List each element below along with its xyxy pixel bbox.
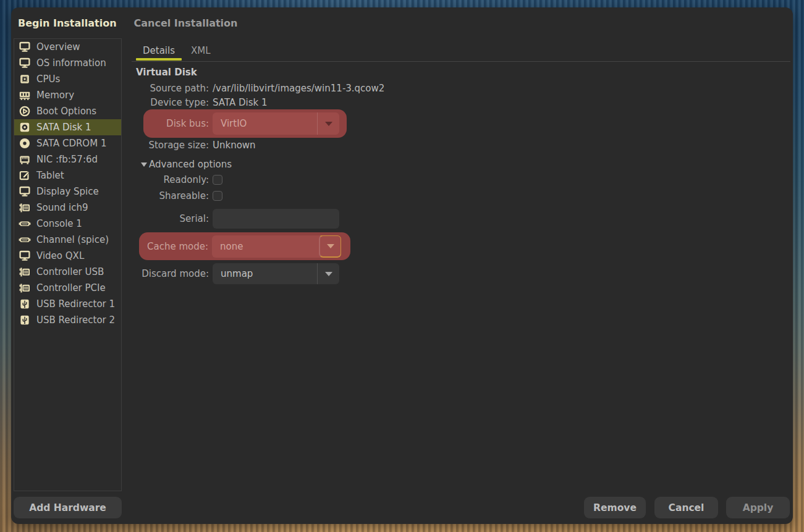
cancel-button[interactable]: Cancel: [654, 497, 718, 518]
cache-mode-value: none: [212, 241, 319, 252]
sidebar-item-boot-options[interactable]: Boot Options: [14, 103, 121, 119]
usb-icon: [17, 314, 32, 326]
disk-bus-dropdown[interactable]: VirtIO: [213, 112, 339, 135]
sidebar-item-controller-usb[interactable]: Controller USB: [14, 264, 121, 280]
sidebar-item-label: Boot Options: [36, 106, 96, 117]
device-type-row: Device type: SATA Disk 1: [136, 95, 790, 109]
sidebar-item-console-1[interactable]: Console 1: [14, 216, 121, 232]
readonly-checkbox[interactable]: [213, 175, 222, 185]
readonly-row: Readonly:: [136, 172, 790, 188]
sidebar-item-cpus[interactable]: CPUs: [14, 71, 121, 87]
toolbar: Begin Installation Cancel Installation: [11, 7, 793, 38]
tab-bar: Details XML: [132, 38, 790, 62]
vm-install-dialog: Begin Installation Cancel Installation O…: [11, 7, 793, 524]
shareable-checkbox[interactable]: [213, 191, 222, 201]
serial-row: Serial:: [136, 209, 790, 229]
footer: Add Hardware Remove Cancel Apply: [14, 497, 790, 518]
sidebar-item-tablet[interactable]: Tablet: [14, 167, 121, 184]
discard-mode-value: unmap: [213, 268, 317, 279]
storage-size-label: Storage size:: [136, 140, 209, 151]
advanced-options-expander[interactable]: Advanced options: [141, 158, 790, 171]
sidebar-item-label: CPUs: [36, 74, 60, 85]
expander-arrow-icon: [141, 163, 147, 167]
field-rows: Source path: /var/lib/libvirt/images/win…: [136, 81, 790, 284]
sidebar-item-label: Display Spice: [36, 186, 99, 197]
sidebar-item-sata-cdrom-1[interactable]: SATA CDROM 1: [14, 135, 121, 151]
sidebar-item-usb-redirector-1[interactable]: USB Redirector 1: [14, 296, 121, 312]
discard-mode-dropdown[interactable]: unmap: [213, 263, 339, 284]
disk-bus-value: VirtIO: [213, 118, 317, 129]
advanced-options-label: Advanced options: [149, 159, 232, 170]
serial-input[interactable]: [213, 209, 339, 229]
sidebar-item-sata-disk-1[interactable]: SATA Disk 1: [14, 119, 121, 135]
shareable-label: Shareable:: [136, 190, 209, 201]
readonly-label: Readonly:: [136, 174, 209, 185]
sidebar-item-label: Video QXL: [36, 250, 84, 261]
cache-mode-label: Cache mode:: [139, 241, 208, 252]
sidebar-item-os-information[interactable]: OS information: [14, 55, 121, 71]
source-path-value: /var/lib/libvirt/images/win11-3.qcow2: [213, 83, 384, 94]
shareable-row: Shareable:: [136, 188, 790, 204]
discard-mode-row: Discard mode: unmap: [136, 263, 790, 284]
discard-mode-dropdown-arrow[interactable]: [317, 263, 339, 284]
chevron-down-icon: [325, 272, 332, 276]
disk-icon: [17, 121, 32, 133]
disk-bus-label: Disk bus:: [143, 118, 209, 129]
source-path-label: Source path:: [136, 83, 209, 94]
add-hardware-button[interactable]: Add Hardware: [14, 497, 122, 518]
card-icon: [17, 282, 32, 294]
sidebar-item-label: SATA CDROM 1: [36, 138, 106, 149]
sidebar-item-label: Memory: [36, 90, 74, 101]
apply-button[interactable]: Apply: [726, 497, 790, 518]
sidebar-item-sound-ich9[interactable]: Sound ich9: [14, 200, 121, 216]
cache-mode-dropdown-arrow[interactable]: [319, 235, 341, 258]
sidebar-item-display-spice[interactable]: Display Spice: [14, 184, 121, 200]
details-content: Details XML Virtual Disk Source path: /v…: [132, 38, 790, 487]
chevron-down-icon: [327, 244, 334, 248]
tab-xml[interactable]: XML: [183, 41, 219, 61]
tablet-icon: [17, 169, 32, 182]
sidebar-item-label: Overview: [36, 41, 80, 53]
cpu-icon: [17, 73, 32, 85]
nic-icon: [17, 153, 32, 166]
sidebar-item-label: NIC :fb:57:6d: [36, 154, 98, 165]
card-icon: [17, 266, 32, 278]
sidebar-item-label: Controller PCIe: [36, 282, 106, 293]
device-type-value: SATA Disk 1: [213, 97, 267, 108]
cache-mode-dropdown[interactable]: none: [212, 235, 341, 258]
usb-icon: [17, 298, 32, 310]
sidebar-item-label: Console 1: [36, 218, 82, 229]
serial-icon: [17, 217, 32, 230]
cache-mode-highlight: Cache mode: none: [139, 232, 350, 260]
remove-button[interactable]: Remove: [584, 497, 646, 518]
cdrom-icon: [17, 137, 32, 150]
sidebar-item-overview[interactable]: Overview: [14, 39, 121, 55]
discard-mode-label: Discard mode:: [136, 268, 209, 279]
serial-icon: [17, 234, 32, 246]
tab-details[interactable]: Details: [135, 41, 183, 61]
sidebar-item-memory[interactable]: Memory: [14, 87, 121, 103]
sidebar-item-controller-pcie[interactable]: Controller PCIe: [14, 280, 121, 296]
chevron-down-icon: [325, 122, 332, 126]
sidebar-item-channel-spice[interactable]: Channel (spice): [14, 232, 121, 248]
sidebar-item-label: SATA Disk 1: [36, 122, 91, 133]
sidebar-item-label: Tablet: [36, 170, 64, 181]
device-type-label: Device type:: [136, 97, 209, 108]
section-title: Virtual Disk: [136, 67, 790, 78]
sidebar-item-usb-redirector-2[interactable]: USB Redirector 2: [14, 312, 121, 328]
sidebar-item-label: USB Redirector 2: [36, 315, 115, 326]
serial-label: Serial:: [136, 213, 209, 224]
sidebar-item-label: Channel (spice): [36, 234, 109, 245]
sidebar-item-nic-fb-57-6d[interactable]: NIC :fb:57:6d: [14, 151, 121, 167]
storage-size-value: Unknown: [213, 140, 256, 151]
storage-size-row: Storage size: Unknown: [136, 138, 790, 152]
sidebar-item-video-qxl[interactable]: Video QXL: [14, 248, 121, 264]
disk-bus-highlight: Disk bus: VirtIO: [143, 109, 347, 138]
cancel-installation-button[interactable]: Cancel Installation: [133, 15, 239, 32]
begin-installation-button[interactable]: Begin Installation: [17, 15, 118, 32]
boot-icon: [17, 105, 32, 117]
monitor-icon: [17, 185, 32, 198]
disk-bus-dropdown-arrow[interactable]: [317, 112, 339, 135]
card-icon: [17, 201, 32, 214]
source-path-row: Source path: /var/lib/libvirt/images/win…: [136, 81, 790, 95]
